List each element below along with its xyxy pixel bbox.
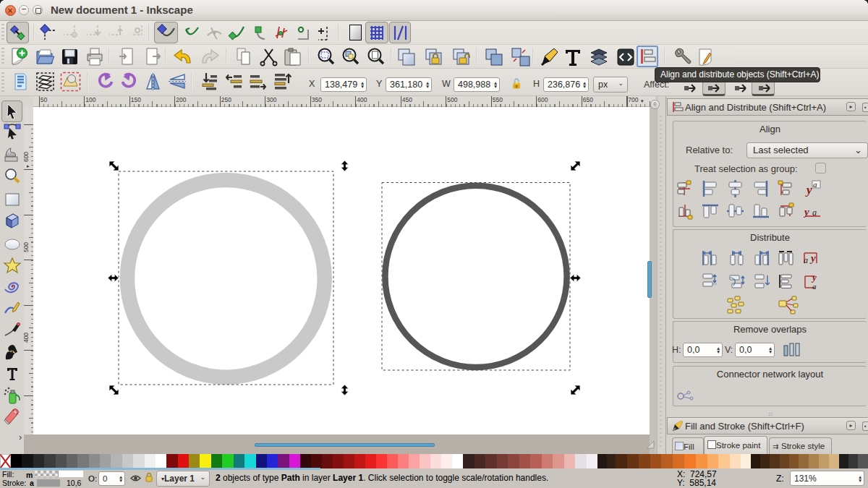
svg-text:y: y [804, 206, 809, 218]
svg-text:y: y [811, 272, 817, 283]
svg-text:a: a [812, 207, 817, 218]
svg-text:a: a [813, 180, 817, 189]
svg-text:a: a [812, 282, 817, 291]
svg-text:y: y [805, 183, 812, 197]
svg-text:y: y [809, 252, 816, 264]
svg-text:a: a [804, 255, 808, 265]
